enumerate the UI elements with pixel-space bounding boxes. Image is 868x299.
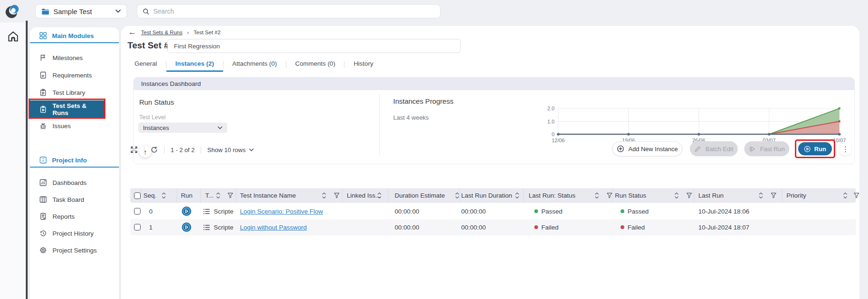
plus-circle-icon — [617, 145, 624, 153]
item-label: Project Settings — [52, 247, 97, 254]
page-size-label: Show 10 rows — [207, 146, 246, 153]
col-priority[interactable]: Priority — [786, 188, 806, 203]
filter-icon[interactable] — [853, 192, 860, 199]
sort-icon[interactable] — [162, 192, 166, 199]
sidebar-item-reports[interactable]: Reports — [30, 208, 119, 225]
tab-instances[interactable]: Instances (2) — [166, 57, 223, 72]
pencil-icon — [694, 146, 701, 153]
last-run-value: 10-Jul-2024 18:07 — [698, 219, 749, 235]
flag-icon — [39, 54, 47, 61]
add-new-instance-label: Add New Instance — [629, 146, 678, 153]
breadcrumb-link[interactable]: Test Sets & Runs — [141, 30, 182, 35]
duration-estimate-value: 00:00:00 — [395, 219, 419, 235]
sort-icon[interactable] — [377, 192, 382, 199]
filter-icon[interactable] — [771, 192, 777, 199]
row-range-text: 1 - 2 of 2 — [171, 146, 195, 153]
sidebar-item-milestones[interactable]: Milestones — [30, 49, 119, 66]
sidebar-item-test-sets-runs[interactable]: Test Sets & Runs — [30, 100, 104, 118]
sort-icon[interactable] — [759, 192, 763, 199]
chevron-down-icon — [249, 148, 254, 152]
play-circle-icon — [804, 146, 811, 153]
search-icon — [142, 8, 150, 15]
toolbar-separator — [164, 146, 165, 153]
sidebar-item-issues[interactable]: Issues — [30, 117, 119, 134]
row-run-button[interactable] — [181, 222, 192, 232]
sidebar-item-dashboards[interactable]: Dashboards — [30, 174, 119, 191]
item-label: Test Sets & Runs — [52, 102, 104, 116]
sort-icon[interactable] — [674, 192, 679, 199]
row-checkbox[interactable] — [134, 208, 141, 215]
sort-icon[interactable] — [216, 192, 220, 199]
page-size-select[interactable]: Show 10 rows — [207, 146, 254, 153]
run-status-value: Failed — [628, 224, 645, 231]
section-rule — [30, 167, 119, 168]
sidebar-item-project-settings[interactable]: Project Settings — [30, 242, 119, 259]
col-run-status[interactable]: Run Status — [615, 188, 646, 203]
last-run-status-value: Failed — [541, 224, 559, 231]
status-dot-passed — [534, 209, 538, 213]
add-new-instance-button[interactable]: Add New Instance — [612, 141, 682, 156]
table-header: Seq. Run T... Test Instance Name Linked … — [130, 188, 856, 203]
fast-run-button[interactable]: Fast Run — [744, 141, 789, 156]
col-last-run-duration[interactable]: Last Run Duration — [461, 188, 512, 203]
test-set-name-field[interactable] — [167, 39, 461, 53]
sidebar-item-test-library[interactable]: Test Library — [30, 84, 119, 101]
svg-text:0: 0 — [552, 131, 554, 137]
toolbar-separator — [144, 146, 144, 153]
tab-general[interactable]: General — [126, 57, 166, 72]
col-duration-estimate[interactable]: Duration Estimate — [395, 188, 445, 203]
tab-history[interactable]: History — [344, 57, 382, 72]
item-label: Requirements — [52, 72, 92, 79]
run-button[interactable]: Run — [798, 142, 832, 155]
col-last-run[interactable]: Last Run — [698, 188, 724, 203]
top-bar: Sample Test — [0, 0, 868, 23]
grid-toolbar-left: 1 - 2 of 2 Show 10 rows — [130, 142, 254, 157]
home-icon[interactable] — [7, 30, 20, 43]
annotation-highlight-run-button: Run — [795, 139, 835, 158]
sort-icon[interactable] — [455, 192, 459, 199]
sort-icon[interactable] — [843, 192, 847, 199]
sort-icon[interactable] — [322, 192, 326, 199]
sidebar-item-requirements[interactable]: Requirements — [30, 67, 119, 84]
type-value: Scripte — [214, 208, 233, 215]
col-last-run-status[interactable]: Last Run: Status — [529, 188, 576, 203]
col-test-instance-name[interactable]: Test Instance Name — [240, 188, 296, 203]
test-level-select[interactable]: Instances — [138, 123, 227, 133]
list-icon — [203, 208, 210, 215]
last-run-value: 10-Jul-2024 18:06 — [698, 203, 749, 219]
more-actions-button[interactable]: ⋮ — [840, 143, 851, 155]
item-label: Reports — [52, 213, 75, 220]
item-label: Issues — [52, 123, 71, 130]
col-linked-issues[interactable]: Linked Iss... — [347, 188, 381, 203]
sort-icon[interactable] — [515, 192, 519, 199]
svg-text:12/06: 12/06 — [552, 138, 565, 143]
breadcrumb: ← Test Sets & Runs › Test Set #2 — [128, 29, 221, 36]
col-type[interactable]: T... — [205, 188, 214, 203]
breadcrumb-current: Test Set #2 — [194, 30, 221, 35]
fullscreen-icon[interactable] — [130, 146, 138, 153]
tab-comments[interactable]: Comments (0) — [286, 57, 344, 72]
batch-edit-button[interactable]: Batch Edit — [690, 141, 738, 156]
tab-attachments[interactable]: Attachments (0) — [224, 57, 286, 72]
select-all-checkbox[interactable] — [134, 192, 141, 199]
filter-icon[interactable] — [686, 192, 692, 199]
seq-value: 1 — [149, 219, 153, 235]
col-seq[interactable]: Seq. — [143, 188, 157, 203]
search-input[interactable] — [153, 8, 435, 15]
back-arrow-icon[interactable]: ← — [128, 29, 136, 36]
filter-icon[interactable] — [334, 192, 340, 199]
filter-icon[interactable] — [227, 192, 233, 199]
project-selector[interactable]: Sample Test — [35, 4, 127, 18]
report-icon — [39, 213, 47, 220]
sort-icon[interactable] — [595, 192, 599, 199]
sidebar-item-project-history[interactable]: Project History — [30, 225, 119, 242]
row-checkbox[interactable] — [134, 224, 141, 230]
refresh-icon[interactable] — [150, 146, 158, 153]
sidebar-item-task-board[interactable]: Task Board — [30, 191, 119, 208]
row-run-button[interactable] — [181, 206, 192, 216]
test-instance-link[interactable]: Login Scenario: Positive Flow — [240, 208, 323, 215]
test-instance-link[interactable]: Login without Password — [240, 224, 307, 231]
chevron-down-icon — [115, 9, 121, 13]
col-run: Run — [181, 188, 193, 203]
item-label: Dashboards — [52, 179, 87, 186]
